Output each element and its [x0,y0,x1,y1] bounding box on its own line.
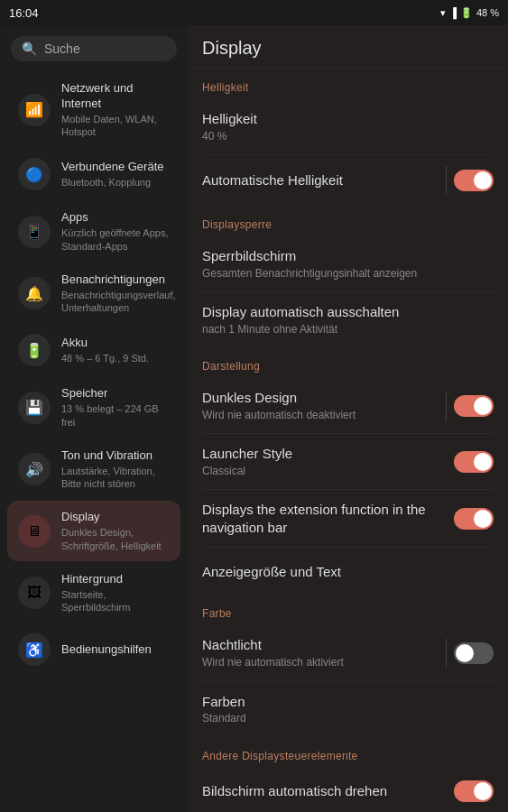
setting-title-auto-brightness: Automatische Helligkeit [202,171,435,189]
sidebar-icon-storage: 💾 [18,392,51,424]
sidebar-title-sound: Ton und Vibration [61,448,170,464]
sidebar-title-wallpaper: Hintergrund [61,572,170,587]
setting-subtitle-brightness: 40 % [202,130,483,144]
sidebar-title-accessibility: Bedienungshilfen [61,642,170,658]
sidebar-item-apps[interactable]: 📱AppsKürzlich geöffnete Apps, Standard-A… [7,201,180,261]
sidebar-title-network: Netzwerk und Internet [61,81,170,112]
sidebar-item-display[interactable]: 🖥DisplayDunkles Design, Schriftgröße, He… [7,501,180,560]
pipe-separator-dark-mode [446,392,447,420]
sidebar-text-apps: AppsKürzlich geöffnete Apps, Standard-Ap… [61,210,170,252]
setting-item-brightness[interactable]: Helligkeit40 % [188,99,508,154]
sidebar-subtitle-sound: Lautstärke, Vibration, Bitte nicht störe… [61,465,170,491]
setting-text-brightness: Helligkeit40 % [202,110,494,143]
sidebar: 🔍 Suche 📶Netzwerk und InternetMobile Dat… [0,25,188,812]
sidebar-subtitle-storage: 13 % belegt – 224 GB frei [61,402,170,429]
toggle-launcher-style[interactable] [454,451,494,473]
setting-subtitle-auto-off: nach 1 Minute ohne Aktivität [202,323,483,337]
sidebar-subtitle-display: Dunkles Design, Schriftgröße, Helligkeit [61,526,170,552]
setting-subtitle-night-light: Wird nie automatisch aktiviert [202,656,435,670]
sidebar-title-display: Display [61,510,170,525]
setting-text-nav-extension: Displays the extension function in the n… [202,501,454,536]
sidebar-title-devices: Verbundene Geräte [61,160,170,175]
setting-title-dark-mode: Dunkles Design [202,389,435,407]
setting-item-colors[interactable]: FarbenStandard [188,682,508,737]
section-label-color-section: Farbe [188,595,508,625]
setting-item-launcher-style[interactable]: Launcher StyleClassical [188,434,508,489]
sidebar-subtitle-wallpaper: Startseite, Sperrbildschirm [61,588,170,614]
sidebar-text-battery: Akku48 % – 6 Tg., 9 Std. [61,336,170,364]
setting-item-auto-off[interactable]: Display automatisch ausschaltennach 1 Mi… [188,292,508,347]
sidebar-subtitle-battery: 48 % – 6 Tg., 9 Std. [61,352,170,364]
toggle-auto-brightness[interactable] [454,170,494,191]
sidebar-icon-devices: 🔵 [18,158,51,190]
section-label-other-section: Andere Displaysteuerelemente [188,737,508,768]
setting-item-auto-rotate[interactable]: Bildschirm automatisch drehen [188,768,508,812]
setting-item-display-size[interactable]: Anzeigegröße und Text [188,548,508,595]
sidebar-subtitle-apps: Kürzlich geöffnete Apps, Standard-Apps [61,226,170,253]
toggle-night-light[interactable] [454,642,494,664]
setting-title-colors: Farben [202,693,483,711]
sidebar-title-notifications: Benachrichtigungen [61,272,176,288]
toggle-knob-launcher-style [474,453,492,471]
setting-text-display-size: Anzeigegröße und Text [202,563,494,581]
toggle-nav-extension[interactable] [454,508,494,530]
sidebar-text-storage: Speicher13 % belegt – 224 GB frei [61,386,170,428]
sidebar-item-accessibility[interactable]: ♿Bedienungshilfen [7,624,180,675]
toggle-auto-rotate[interactable] [454,780,494,802]
sidebar-icon-sound: 🔊 [18,453,51,485]
setting-text-dark-mode: Dunkles DesignWird nie automatisch deakt… [202,389,446,422]
sidebar-icon-battery: 🔋 [18,334,51,366]
sidebar-subtitle-notifications: Benachrichtigungsverlauf, Unterhaltungen [61,289,176,315]
search-bar[interactable]: 🔍 Suche [11,36,177,61]
sidebar-icon-wallpaper: 🖼 [18,577,51,609]
sidebar-subtitle-network: Mobile Daten, WLAN, Hotspot [61,113,170,139]
sidebar-text-sound: Ton und VibrationLautstärke, Vibration, … [61,448,170,490]
status-time: 16:04 [9,6,39,20]
content-title: Display [188,25,508,69]
sidebar-items: 📶Netzwerk und InternetMobile Daten, WLAN… [0,72,188,675]
section-label-display-section: Darstellung [188,347,508,378]
sidebar-text-wallpaper: HintergrundStartseite, Sperrbildschirm [61,572,170,614]
setting-title-nav-extension: Displays the extension function in the n… [202,501,443,536]
setting-subtitle-lock-screen: Gesamten Benachrichtigungsinhalt anzeige… [202,267,483,281]
setting-title-launcher-style: Launcher Style [202,445,443,463]
sidebar-item-notifications[interactable]: 🔔BenachrichtigungenBenachrichtigungsverl… [7,263,180,323]
setting-item-lock-screen[interactable]: SperrbildschirmGesamten Benachrichtigung… [188,236,508,291]
sidebar-subtitle-devices: Bluetooth, Kopplung [61,176,170,189]
sidebar-text-notifications: BenachrichtigungenBenachrichtigungsverla… [61,272,176,314]
section-label-brightness-section: Helligkeit [188,69,508,99]
setting-text-colors: FarbenStandard [202,693,494,726]
setting-subtitle-dark-mode: Wird nie automatisch deaktiviert [202,409,435,423]
section-label-lockscreen-section: Displaysperre [188,206,508,236]
sidebar-text-network: Netzwerk und InternetMobile Daten, WLAN,… [61,81,170,138]
setting-title-brightness: Helligkeit [202,110,483,128]
search-icon: 🔍 [22,42,37,56]
setting-title-auto-off: Display automatisch ausschalten [202,303,483,321]
sidebar-title-storage: Speicher [61,386,170,401]
toggle-dark-mode[interactable] [454,395,494,417]
setting-text-night-light: NachtlichtWird nie automatisch aktiviert [202,636,446,669]
sidebar-icon-apps: 📱 [18,216,51,248]
setting-text-auto-rotate: Bildschirm automatisch drehen [202,782,454,800]
search-input-label: Suche [44,42,80,56]
sidebar-item-wallpaper[interactable]: 🖼HintergrundStartseite, Sperrbildschirm [7,563,180,623]
setting-item-nav-extension[interactable]: Displays the extension function in the n… [188,490,508,547]
sidebar-item-storage[interactable]: 💾Speicher13 % belegt – 224 GB frei [7,377,180,437]
sidebar-icon-display: 🖥 [18,515,51,548]
setting-item-night-light[interactable]: NachtlichtWird nie automatisch aktiviert [188,625,508,680]
sidebar-item-sound[interactable]: 🔊Ton und VibrationLautstärke, Vibration,… [7,439,180,499]
sidebar-icon-notifications: 🔔 [18,277,51,309]
setting-title-display-size: Anzeigegröße und Text [202,563,483,581]
wifi-icon: ▾ [440,7,446,19]
setting-item-auto-brightness[interactable]: Automatische Helligkeit [188,155,508,206]
setting-subtitle-launcher-style: Classical [202,465,443,479]
sidebar-title-apps: Apps [61,210,170,226]
status-icons: ▾ ▐ 🔋 48 % [440,7,499,19]
status-bar: 16:04 ▾ ▐ 🔋 48 % [0,0,508,25]
sidebar-title-battery: Akku [61,336,170,351]
sidebar-item-battery[interactable]: 🔋Akku48 % – 6 Tg., 9 Std. [7,325,180,375]
sidebar-item-devices[interactable]: 🔵Verbundene GeräteBluetooth, Kopplung [7,149,180,199]
sidebar-item-network[interactable]: 📶Netzwerk und InternetMobile Daten, WLAN… [7,72,180,147]
setting-item-dark-mode[interactable]: Dunkles DesignWird nie automatisch deakt… [188,378,508,433]
sidebar-icon-accessibility: ♿ [18,633,51,666]
